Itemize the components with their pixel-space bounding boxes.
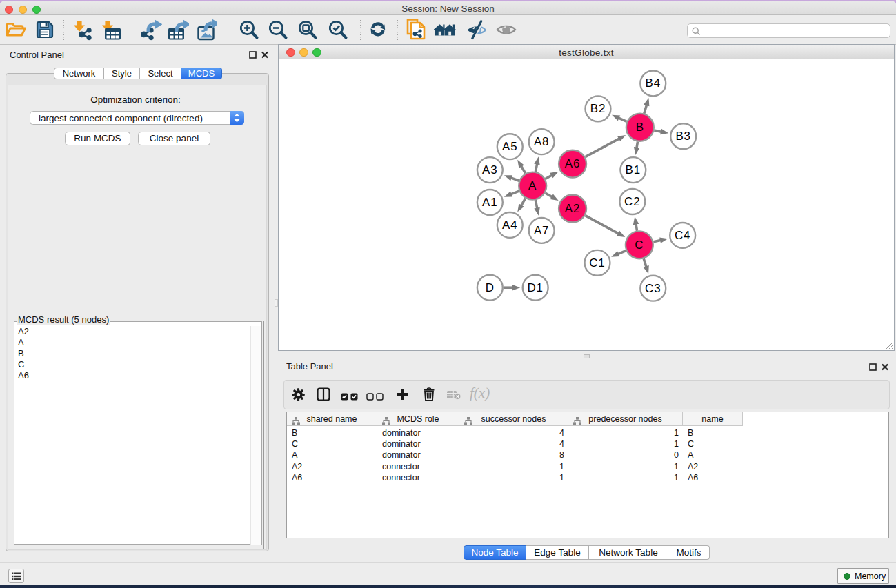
svg-text:B4: B4 [646, 77, 661, 90]
svg-text:D1: D1 [527, 281, 543, 294]
svg-text:A: A [528, 179, 537, 192]
svg-text:C: C [635, 239, 644, 252]
svg-text:A2: A2 [565, 202, 581, 215]
svg-text:B2: B2 [590, 102, 606, 115]
svg-text:B1: B1 [626, 163, 641, 176]
svg-text:C3: C3 [645, 282, 661, 295]
svg-text:C1: C1 [589, 256, 605, 270]
svg-text:C4: C4 [675, 229, 690, 242]
svg-text:C2: C2 [624, 195, 640, 208]
svg-text:A3: A3 [482, 163, 498, 176]
svg-text:B: B [636, 121, 644, 134]
svg-text:A6: A6 [565, 157, 581, 170]
svg-text:A5: A5 [502, 140, 518, 153]
svg-text:D: D [486, 281, 495, 294]
svg-text:B3: B3 [675, 130, 691, 143]
svg-text:A4: A4 [502, 219, 518, 232]
svg-text:A8: A8 [534, 135, 550, 148]
svg-text:A7: A7 [534, 224, 550, 237]
svg-text:A1: A1 [482, 196, 498, 209]
